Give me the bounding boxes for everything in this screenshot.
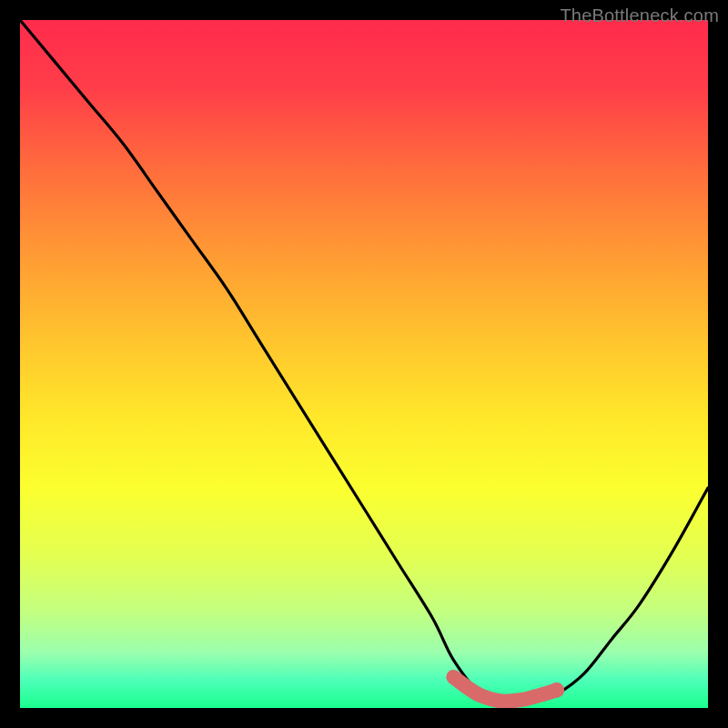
watermark-text: TheBottleneck.com <box>560 5 719 26</box>
chart-container: TheBottleneck.com <box>0 0 728 728</box>
highlight-segment <box>453 677 556 702</box>
main-curve-line <box>20 20 708 702</box>
plot-area <box>20 20 708 708</box>
highlight-dot <box>549 682 564 698</box>
chart-svg <box>20 20 708 708</box>
